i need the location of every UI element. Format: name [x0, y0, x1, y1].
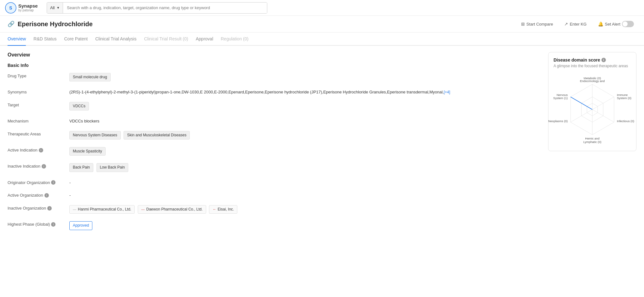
svg-text:Hemic and: Hemic and	[585, 137, 599, 140]
target-tag: VDCCs	[69, 102, 89, 110]
disease-panel-subtitle: A glimpse into the focused therapeutic a…	[554, 64, 631, 68]
inactive-org-hanmi: — Hanmi Pharmaceutical Co., Ltd.	[69, 205, 135, 214]
therapeutic-area-tag-nervous: Nervous System Diseases	[69, 131, 121, 140]
hanmi-icon: —	[73, 207, 76, 212]
active-indication-label: Active Indication i	[8, 147, 64, 152]
therapeutic-areas-row: Therapeutic Areas Nervous System Disease…	[8, 131, 541, 141]
subsection-basic-info: Basic Info	[8, 63, 541, 68]
enter-kg-button[interactable]: ↗ Enter KG	[562, 20, 589, 28]
highest-phase-value: Approved	[69, 221, 541, 231]
highest-phase-tag: Approved	[69, 221, 92, 230]
chevron-down-icon: ▼	[56, 6, 60, 9]
search-input[interactable]	[63, 3, 267, 13]
set-alert-button[interactable]: 🔔 Set Alert	[595, 20, 636, 28]
tab-core-patent[interactable]: Core Patent	[64, 33, 88, 46]
svg-text:Lymphatic (0): Lymphatic (0)	[583, 140, 601, 144]
daewon-icon: —	[141, 207, 145, 212]
highest-phase-row: Highest Phase (Global) i Approved	[8, 221, 541, 231]
svg-text:S: S	[9, 5, 12, 10]
inactive-org-label: Inactive Organization i	[8, 205, 64, 211]
hanmi-name: Hanmi Pharmaceutical Co., Ltd.	[78, 206, 131, 212]
synonyms-label: Synonyms	[8, 89, 64, 94]
active-org-row: Active Organization i -	[8, 192, 541, 199]
mechanism-value: VDCCs blockers	[69, 118, 541, 125]
drug-type-label: Drug Type	[8, 73, 64, 78]
content-left: Overview Basic Info Drug Type Small mole…	[8, 52, 541, 238]
inactive-org-info-icon[interactable]: i	[47, 206, 52, 211]
highest-phase-info-icon[interactable]: i	[51, 222, 55, 227]
inactive-indication-label: Inactive Indication i	[8, 163, 64, 169]
logo-icon: S	[5, 2, 16, 14]
daewon-name: Daewon Pharmaceutical Co., Ltd.	[146, 206, 203, 212]
originator-org-row: Originator Organization i -	[8, 180, 541, 186]
drug-title-bar: 🔗 Eperisone Hydrochloride ⊞ Start Compar…	[0, 16, 644, 33]
svg-text:Infectious (0): Infectious (0)	[617, 119, 634, 123]
inactive-indication-tag-low-back-pain: Low Back Pain	[96, 163, 128, 172]
alert-toggle[interactable]	[622, 21, 634, 27]
drug-type-row: Drug Type Small molecule drug	[8, 73, 541, 83]
tab-clinical-trial-analysis[interactable]: Clinical Trial Analysis	[95, 33, 136, 46]
drug-title: Eperisone Hydrochloride	[18, 21, 93, 28]
svg-text:Metabolic (0): Metabolic (0)	[584, 76, 601, 80]
active-indication-info-icon[interactable]: i	[39, 148, 43, 152]
logo: S Synapse by patsnap	[5, 2, 43, 14]
tab-overview[interactable]: Overview	[8, 33, 26, 46]
drug-type-tag: Small molecule drug	[69, 73, 111, 81]
inactive-indication-info-icon[interactable]: i	[42, 164, 46, 169]
alert-icon: 🔔	[598, 21, 603, 27]
start-compare-button[interactable]: ⊞ Start Compare	[519, 20, 556, 28]
section-overview-title: Overview	[8, 52, 541, 58]
svg-text:System (0): System (0)	[617, 96, 631, 100]
compare-icon: ⊞	[521, 21, 525, 27]
inactive-org-row: Inactive Organization i — Hanmi Pharmace…	[8, 205, 541, 215]
synonyms-more-link[interactable]: [+4]	[444, 90, 450, 94]
inactive-indication-row: Inactive Indication i Back Pain Low Back…	[8, 163, 541, 173]
drug-link-icon: 🔗	[8, 21, 15, 27]
target-label: Target	[8, 102, 64, 107]
alert-label: Set Alert	[605, 22, 620, 27]
svg-text:Neoplasms (0): Neoplasms (0)	[548, 119, 568, 123]
eisai-name: Eisai, Inc.	[218, 206, 234, 212]
synonyms-row: Synonyms (2RS)-1-(4-ethylphenyl)-2-methy…	[8, 89, 541, 96]
logo-sub: by patsnap	[18, 9, 38, 12]
highest-phase-label: Highest Phase (Global) i	[8, 221, 64, 227]
search-filter-dropdown[interactable]: All ▼	[47, 3, 63, 13]
kg-icon: ↗	[564, 21, 568, 27]
therapeutic-areas-label: Therapeutic Areas	[8, 131, 64, 136]
drug-type-value: Small molecule drug	[69, 73, 541, 83]
radar-chart-container: Endocrinology and Metabolic (0) Immune S…	[554, 73, 631, 146]
mechanism-label: Mechanism	[8, 118, 64, 123]
active-indication-value: Muscle Spasticity	[69, 147, 541, 157]
tab-approval[interactable]: Approval	[196, 33, 213, 46]
filter-label: All	[50, 5, 55, 10]
svg-text:System (1): System (1)	[553, 96, 568, 100]
inactive-org-daewon: — Daewon Pharmaceutical Co., Ltd.	[138, 205, 206, 214]
active-org-label: Active Organization i	[8, 192, 64, 198]
originator-org-value: -	[69, 180, 541, 186]
main-content: Overview Basic Info Drug Type Small mole…	[0, 46, 644, 244]
top-bar: S Synapse by patsnap All ▼	[0, 0, 644, 16]
disease-domain-panel: Disease domain score i A glimpse into th…	[548, 52, 636, 151]
active-indication-tag: Muscle Spasticity	[69, 147, 106, 156]
synonyms-value: (2RS)-1-(4-ethylphenyl)-2-methyl-3-(1-pi…	[69, 89, 541, 96]
kg-label: Enter KG	[570, 22, 586, 27]
originator-org-label: Originator Organization i	[8, 180, 64, 185]
inactive-indication-value: Back Pain Low Back Pain	[69, 163, 541, 173]
active-org-info-icon[interactable]: i	[44, 193, 49, 198]
tab-rd-status[interactable]: R&D Status	[33, 33, 56, 46]
search-bar[interactable]: All ▼	[47, 2, 267, 14]
disease-panel-info-icon[interactable]: i	[601, 58, 606, 62]
target-row: Target VDCCs	[8, 102, 541, 112]
therapeutic-area-tag-skin: Skin and Musculoskeletal Diseases	[124, 131, 190, 140]
active-indication-row: Active Indication i Muscle Spasticity	[8, 147, 541, 157]
originator-org-info-icon[interactable]: i	[51, 180, 55, 185]
tab-regulation: Regulation (0)	[221, 33, 248, 46]
target-value: VDCCs	[69, 102, 541, 112]
tab-bar: Overview R&D Status Core Patent Clinical…	[0, 33, 644, 46]
inactive-org-eisai: ↔ Eisai, Inc.	[209, 205, 237, 214]
radar-chart: Endocrinology and Metabolic (0) Immune S…	[554, 73, 630, 146]
active-org-value: -	[69, 192, 541, 199]
inactive-indication-tag-back-pain: Back Pain	[69, 163, 93, 172]
logo-name: Synapse	[18, 3, 38, 9]
eisai-icon: ↔	[212, 207, 216, 212]
